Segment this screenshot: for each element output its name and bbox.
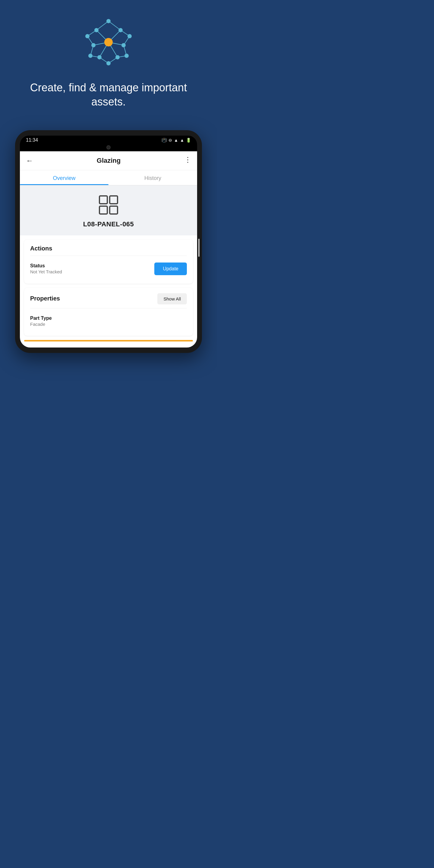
status-icons: 📳 ⊖ ▲ ▲ 🔋: [161, 138, 191, 143]
status-label: Status: [30, 263, 62, 269]
svg-point-28: [97, 55, 101, 59]
app-logo: [79, 12, 138, 72]
status-bar: 11:34 📳 ⊖ ▲ ▲ 🔋: [20, 135, 197, 145]
svg-line-6: [96, 21, 108, 30]
actions-card: Actions Status Not Yet Tracked Update: [24, 240, 193, 284]
phone-time: 11:34: [26, 137, 38, 143]
tab-overview[interactable]: Overview: [20, 170, 108, 185]
signal-icon: ▲: [180, 138, 184, 143]
svg-point-27: [116, 55, 120, 59]
dnd-icon: ⊖: [168, 138, 172, 143]
svg-rect-34: [110, 206, 118, 214]
tab-history[interactable]: History: [108, 170, 197, 185]
svg-line-8: [108, 21, 121, 30]
back-button[interactable]: ←: [26, 157, 33, 164]
camera-row: [20, 145, 197, 151]
update-button[interactable]: Update: [154, 262, 187, 275]
vibrate-icon: 📳: [161, 138, 167, 143]
app-bar: ← Glazing ⋮: [20, 151, 197, 170]
property-label: Part Type: [30, 315, 187, 321]
svg-point-30: [104, 38, 113, 46]
asset-header: L08-PANEL-065: [20, 185, 197, 236]
wifi-icon: ▲: [174, 138, 178, 143]
svg-point-18: [106, 19, 111, 23]
properties-card: Properties Show All Part Type Facade: [24, 288, 193, 336]
actions-card-title: Actions: [30, 245, 187, 252]
phone-screen: ← Glazing ⋮ Overview History L: [20, 151, 197, 347]
svg-point-29: [106, 61, 111, 65]
svg-point-20: [119, 28, 123, 32]
status-row: Status Not Yet Tracked Update: [30, 259, 187, 278]
battery-icon: 🔋: [186, 138, 191, 143]
svg-point-24: [91, 43, 96, 47]
asset-id: L08-PANEL-065: [83, 220, 134, 228]
more-menu-button[interactable]: ⋮: [184, 157, 191, 164]
hero-section: Create, find & manage important assets.: [0, 0, 217, 130]
phone-device: 11:34 📳 ⊖ ▲ ▲ 🔋 ← Glazing ⋮ Overview His…: [15, 130, 202, 353]
svg-point-19: [94, 28, 98, 32]
svg-rect-33: [99, 206, 107, 214]
property-value: Facade: [30, 321, 187, 327]
svg-point-21: [85, 34, 90, 38]
svg-point-25: [124, 54, 129, 58]
asset-icon: [98, 194, 119, 216]
hero-tagline: Create, find & manage important assets.: [18, 81, 199, 109]
property-item: Part Type Facade: [30, 312, 187, 330]
camera-dot: [106, 145, 111, 150]
status-value: Not Yet Tracked: [30, 269, 62, 274]
svg-point-22: [127, 34, 132, 38]
show-all-button[interactable]: Show All: [157, 293, 187, 304]
scroll-thumb: [198, 239, 199, 257]
tab-bar: Overview History: [20, 170, 197, 185]
svg-rect-32: [110, 196, 118, 204]
svg-point-26: [88, 54, 93, 58]
properties-card-title: Properties: [30, 295, 60, 302]
status-info: Status Not Yet Tracked: [30, 263, 62, 274]
card-divider: [30, 255, 187, 256]
bottom-spacer: [20, 341, 197, 347]
svg-point-23: [121, 43, 126, 47]
properties-divider: [30, 308, 187, 308]
properties-header: Properties Show All: [30, 293, 187, 304]
svg-rect-31: [99, 196, 107, 204]
app-bar-title: Glazing: [97, 157, 121, 164]
